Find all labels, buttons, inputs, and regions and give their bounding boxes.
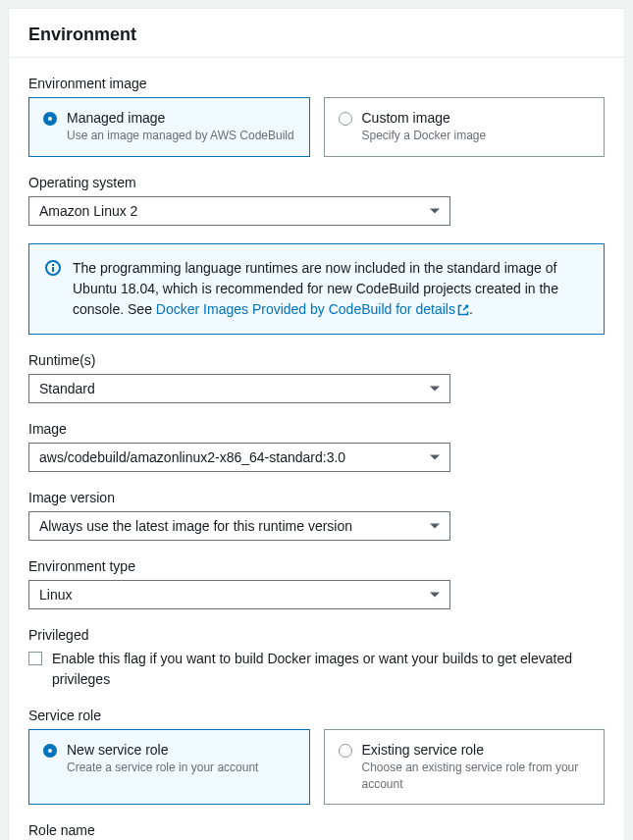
os-field: Operating system Amazon Linux 2 (28, 175, 605, 226)
role-name-field: Role name Type your service role name (28, 822, 605, 840)
chevron-down-icon (430, 386, 440, 391)
image-select[interactable]: aws/codebuild/amazonlinux2-x86_64-standa… (28, 443, 450, 472)
tile-title: New service role (67, 742, 295, 758)
os-label: Operating system (28, 175, 605, 190)
panel-header: Environment (9, 9, 624, 58)
external-link-icon (457, 304, 469, 316)
panel-body: Environment image Managed image Use an i… (9, 58, 624, 840)
info-text-b: . (469, 301, 473, 317)
privileged-label: Privileged (28, 627, 605, 643)
os-select[interactable]: Amazon Linux 2 (28, 196, 450, 226)
image-field: Image aws/codebuild/amazonlinux2-x86_64-… (28, 421, 605, 472)
tile-title: Managed image (67, 110, 295, 126)
privileged-checkbox[interactable] (28, 652, 42, 665)
tile-desc: Specify a Docker image (362, 128, 591, 144)
info-text: The programming language runtimes are no… (73, 258, 588, 320)
chevron-down-icon (430, 208, 440, 213)
radio-icon (43, 744, 57, 758)
environment-panel: Environment Environment image Managed im… (8, 8, 625, 840)
info-alert: The programming language runtimes are no… (28, 243, 605, 335)
runtime-field: Runtime(s) Standard (28, 352, 605, 403)
env-type-label: Environment type (28, 558, 605, 574)
runtime-select-value: Standard (39, 381, 95, 396)
tile-content: Managed image Use an image managed by AW… (67, 110, 295, 144)
svg-rect-2 (52, 264, 54, 266)
chevron-down-icon (430, 592, 440, 597)
service-role-field: Service role New service role Create a s… (28, 708, 605, 806)
tile-title: Custom image (362, 110, 591, 126)
privileged-field: Privileged Enable this flag if you want … (28, 627, 605, 690)
radio-icon (339, 112, 352, 126)
privileged-checkbox-label: Enable this flag if you want to build Do… (52, 649, 605, 690)
tile-title: Existing service role (362, 742, 591, 758)
image-version-select[interactable]: Always use the latest image for this run… (28, 511, 450, 541)
chevron-down-icon (430, 454, 440, 459)
radio-icon (43, 112, 57, 126)
env-type-select[interactable]: Linux (28, 580, 450, 609)
service-role-label: Service role (28, 708, 605, 723)
service-role-tiles: New service role Create a service role i… (28, 729, 605, 806)
panel-title: Environment (28, 25, 605, 45)
svg-rect-1 (52, 267, 54, 272)
service-role-new-tile[interactable]: New service role Create a service role i… (28, 729, 310, 806)
env-type-select-value: Linux (39, 587, 72, 603)
env-image-custom-tile[interactable]: Custom image Specify a Docker image (324, 97, 606, 157)
env-image-label: Environment image (28, 76, 605, 91)
radio-icon (339, 744, 352, 758)
os-select-value: Amazon Linux 2 (39, 203, 137, 219)
info-icon (45, 260, 61, 276)
role-name-label: Role name (28, 822, 605, 838)
runtime-label: Runtime(s) (28, 352, 605, 368)
info-docker-link[interactable]: Docker Images Provided by CodeBuild for … (156, 301, 469, 317)
env-image-field: Environment image Managed image Use an i… (28, 76, 605, 157)
image-version-label: Image version (28, 490, 605, 505)
chevron-down-icon (430, 523, 440, 528)
env-type-field: Environment type Linux (28, 558, 605, 609)
tile-desc: Choose an existing service role from you… (362, 760, 591, 793)
tile-content: Existing service role Choose an existing… (362, 742, 591, 793)
privileged-checkbox-row: Enable this flag if you want to build Do… (28, 649, 605, 690)
tile-content: Custom image Specify a Docker image (362, 110, 591, 144)
env-image-tiles: Managed image Use an image managed by AW… (28, 97, 605, 157)
tile-content: New service role Create a service role i… (67, 742, 295, 776)
tile-desc: Use an image managed by AWS CodeBuild (67, 128, 295, 144)
image-version-select-value: Always use the latest image for this run… (39, 518, 352, 534)
env-image-managed-tile[interactable]: Managed image Use an image managed by AW… (28, 97, 310, 157)
service-role-existing-tile[interactable]: Existing service role Choose an existing… (324, 729, 606, 806)
image-label: Image (28, 421, 605, 437)
image-select-value: aws/codebuild/amazonlinux2-x86_64-standa… (39, 449, 345, 465)
runtime-select[interactable]: Standard (28, 374, 450, 403)
tile-desc: Create a service role in your account (67, 760, 295, 776)
image-version-field: Image version Always use the latest imag… (28, 490, 605, 541)
